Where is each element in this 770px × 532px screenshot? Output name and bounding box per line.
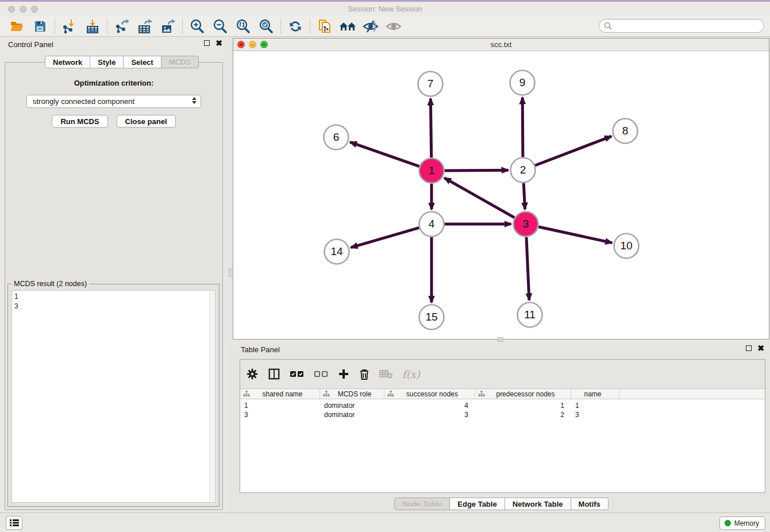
node-4[interactable]: 4 [419, 212, 444, 237]
column-header-MCDS-role[interactable]: MCDS role [320, 389, 384, 399]
node-1[interactable]: 1 [419, 159, 444, 183]
status-bar: Memory [0, 512, 770, 532]
float-panel-icon[interactable] [204, 40, 210, 46]
node-2[interactable]: 2 [511, 158, 536, 183]
table-row[interactable]: 3dominator323 [240, 410, 765, 419]
column-header-name[interactable]: name [571, 389, 619, 399]
zoom-fit-icon[interactable] [232, 18, 255, 35]
run-mcds-button[interactable]: Run MCDS [52, 115, 107, 128]
export-network-icon[interactable] [110, 18, 133, 35]
node-9[interactable]: 9 [510, 71, 535, 95]
zoom-out-icon[interactable] [209, 18, 232, 35]
deselect-all-icon[interactable] [314, 369, 329, 379]
svg-text:2: 2 [520, 164, 526, 176]
select-all-icon[interactable] [290, 369, 305, 379]
tab-network[interactable]: Network [45, 56, 90, 68]
edge-2-8[interactable] [535, 136, 611, 165]
edge-2-9[interactable] [522, 98, 523, 157]
criterion-value: strongly connected component [33, 97, 134, 106]
node-8[interactable]: 8 [613, 119, 638, 144]
hide-selected-icon[interactable] [359, 18, 382, 35]
column-header-shared-name[interactable]: shared name [240, 389, 320, 399]
zoom-in-icon[interactable] [186, 18, 209, 35]
tab-style[interactable]: Style [90, 56, 124, 68]
edge-3-11[interactable] [526, 237, 529, 300]
search-input[interactable] [615, 22, 764, 30]
network-from-selection-icon[interactable] [313, 18, 336, 35]
horizontal-splitter-grip[interactable] [498, 337, 503, 342]
table-toolbar: f(x) [240, 360, 765, 388]
svg-text:3: 3 [523, 218, 529, 230]
memory-button[interactable]: Memory [719, 516, 765, 530]
toolbar-separator [310, 18, 310, 34]
node-6[interactable]: 6 [324, 125, 349, 150]
save-session-icon[interactable] [29, 18, 52, 35]
close-panel-button[interactable]: Close panel [117, 115, 176, 128]
node-3[interactable]: 3 [514, 212, 538, 237]
control-panel-title: Control Panel [8, 40, 53, 49]
export-table-icon[interactable] [133, 18, 156, 35]
delete-column-icon[interactable] [359, 368, 370, 380]
table-cell: dominator [320, 410, 384, 419]
table-settings-icon[interactable] [246, 368, 259, 380]
mcds-result-text[interactable]: 13 [11, 290, 215, 503]
network-graph[interactable]: 7968124314101511 [233, 51, 769, 339]
column-pane-icon[interactable] [268, 368, 280, 380]
node-15[interactable]: 15 [419, 305, 444, 330]
show-all-icon[interactable] [382, 18, 405, 35]
task-history-button[interactable] [6, 516, 22, 530]
network-view-window: ✕ − + scc.txt 7968124314101511 [233, 38, 769, 340]
mcds-tab-content: Optimization criterion: strongly connect… [5, 62, 223, 510]
memory-status-icon [725, 520, 731, 526]
network-canvas[interactable]: 7968124314101511 [233, 51, 769, 339]
close-panel-icon[interactable]: ✖ [215, 40, 222, 47]
node-11[interactable]: 11 [518, 303, 542, 327]
close-table-panel-icon[interactable]: ✖ [757, 345, 764, 352]
table-header-row: shared nameMCDS rolesuccessor nodesprede… [240, 388, 765, 399]
column-header-successor-nodes[interactable]: successor nodes [384, 389, 475, 399]
result-lines-container: 13 [14, 292, 213, 311]
column-header-predecessor-nodes[interactable]: predecessor nodes [475, 389, 571, 399]
node-7[interactable]: 7 [418, 72, 443, 97]
main-toolbar [0, 16, 770, 37]
edge-1-2[interactable] [445, 170, 509, 171]
import-network-icon[interactable] [58, 18, 81, 35]
search-field[interactable] [599, 19, 764, 33]
refresh-view-icon[interactable] [284, 18, 307, 35]
node-14[interactable]: 14 [325, 240, 349, 264]
node-10[interactable]: 10 [614, 234, 639, 259]
float-table-panel-icon[interactable] [746, 345, 752, 351]
tab-select[interactable]: Select [124, 56, 161, 68]
edge-1-7[interactable] [430, 99, 431, 158]
edge-3-1[interactable] [444, 178, 514, 218]
tab-mcds[interactable]: MCDS [161, 56, 199, 68]
table-row[interactable]: 1dominator411 [240, 401, 765, 410]
zoom-selected-icon[interactable] [255, 18, 278, 35]
control-panel-tabs: NetworkStyleSelectMCDS [45, 56, 199, 68]
search-icon [604, 22, 612, 30]
toolbar-separator [107, 18, 107, 34]
import-table-icon[interactable] [81, 18, 104, 35]
svg-text:4: 4 [429, 218, 435, 230]
network-window-titlebar[interactable]: ✕ − + scc.txt [233, 38, 769, 51]
svg-text:11: 11 [524, 309, 536, 321]
open-file-icon[interactable] [6, 18, 29, 35]
export-image-icon[interactable] [156, 18, 179, 35]
select-stepper-icon [192, 97, 197, 104]
tab-node-table[interactable]: Node Table [394, 498, 450, 510]
tab-edge-table[interactable]: Edge Table [450, 498, 505, 510]
result-scrollbar[interactable] [209, 291, 214, 502]
flatten-column-icon [478, 391, 485, 397]
edge-3-10[interactable] [538, 227, 612, 243]
tab-motifs[interactable]: Motifs [571, 498, 609, 510]
svg-text:14: 14 [330, 245, 343, 257]
first-neighbors-icon[interactable] [336, 18, 359, 35]
edge-4-14[interactable] [351, 228, 419, 248]
tab-network-table[interactable]: Network Table [505, 498, 571, 510]
edge-1-6[interactable] [350, 142, 419, 166]
edge-2-3[interactable] [523, 183, 525, 210]
table-cell: dominator [320, 401, 384, 410]
add-column-icon[interactable] [338, 368, 349, 380]
optimization-criterion-label: Optimization criterion: [5, 79, 222, 87]
criterion-select[interactable]: strongly connected component [26, 95, 201, 108]
